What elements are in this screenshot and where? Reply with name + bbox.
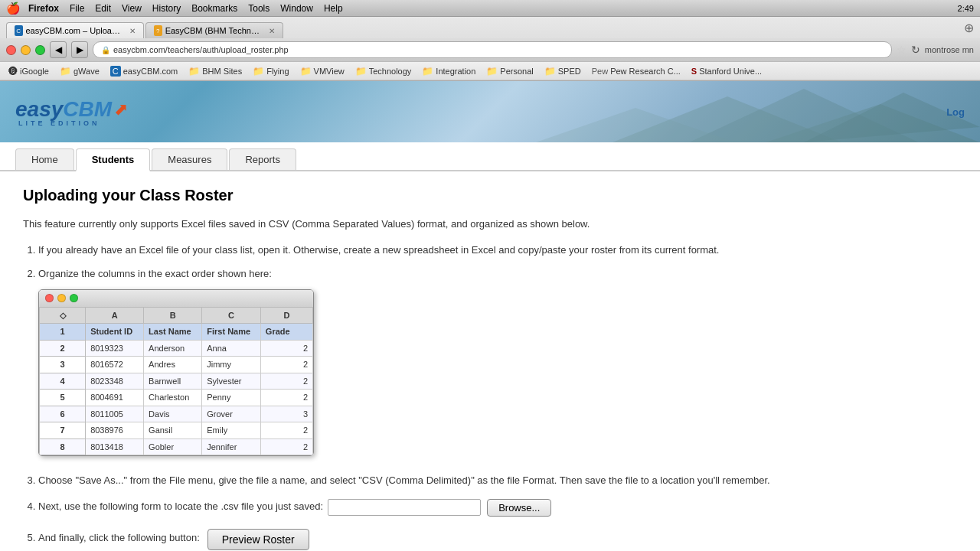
col-header-select: ◇ — [40, 307, 86, 324]
spreadsheet-cell-8-0: 8 — [40, 439, 86, 455]
menu-help[interactable]: Help — [324, 3, 343, 14]
bm-pew[interactable]: Pew Pew Research C... — [588, 66, 684, 77]
spreadsheet-col-header-3: First Name — [202, 324, 261, 341]
spreadsheet-cell-3-3: Jimmy — [202, 357, 261, 373]
browser-controls: ◀ ▶ 🔒 easycbm.com/teachers/auth/upload_r… — [0, 38, 980, 62]
login-link[interactable]: Log — [946, 106, 965, 118]
bm-bhm[interactable]: 📁 BHM Sites — [185, 65, 246, 77]
bm-personal[interactable]: 📁 Personal — [482, 65, 537, 77]
tab-reports[interactable]: Reports — [229, 148, 296, 170]
tab-favicon-2: ? — [154, 25, 162, 36]
bm-igoogle-label: iGoogle — [20, 67, 49, 76]
mac-clock: 2:49 — [958, 4, 974, 13]
bm-technology-label: Technology — [369, 67, 412, 76]
spreadsheet-cell-7-2: Gansil — [144, 422, 202, 439]
bm-vmview-label: VMView — [314, 67, 345, 76]
spreadsheet-cell-6-2: Davis — [144, 406, 202, 422]
spreadsheet-cell-2-0: 2 — [40, 340, 86, 357]
bookmarks-bar: 🅖 iGoogle 📁 gWave C easyCBM.com 📁 BHM Si… — [0, 62, 980, 80]
bm-stanford[interactable]: S Stanford Unive... — [688, 66, 766, 77]
spreadsheet-cell-2-3: Anna — [202, 340, 261, 357]
spreadsheet-cell-2-2: Anderson — [144, 340, 202, 357]
spreadsheet-cell-4-0: 4 — [40, 373, 86, 390]
spreadsheet-cell-4-3: Sylvester — [202, 373, 261, 390]
menu-firefox[interactable]: Firefox — [28, 3, 59, 14]
window-close[interactable] — [6, 45, 16, 55]
ss-close-btn[interactable] — [45, 294, 54, 302]
spreadsheet-wrapper: ◇ A B C D 1Student IDLast NameFirst Name… — [38, 289, 314, 457]
spreadsheet-cell-2-1: 8019323 — [86, 340, 144, 357]
bm-flying-icon: 📁 — [253, 66, 264, 77]
tab-close-1[interactable]: ✕ — [129, 27, 136, 35]
spreadsheet-cell-7-3: Emily — [202, 422, 261, 439]
spreadsheet-cell-3-1: 8016572 — [86, 357, 144, 373]
spreadsheet-cell-8-4: 2 — [260, 439, 312, 455]
bm-sped-label: SPED — [558, 67, 581, 76]
bm-personal-label: Personal — [500, 67, 533, 76]
tab-help[interactable]: ? EasyCBM (BHM Technology Help) ✕ — [145, 22, 283, 38]
google-account: montrose mn — [925, 45, 974, 54]
url-bar[interactable]: 🔒 easycbm.com/teachers/auth/upload_roste… — [93, 41, 892, 58]
step-5: And finally, click the following button:… — [38, 526, 957, 550]
ss-minimize-btn[interactable] — [57, 294, 66, 302]
bm-flying[interactable]: 📁 Flying — [249, 65, 292, 77]
bm-vmview[interactable]: 📁 VMView — [296, 65, 348, 77]
refresh-button[interactable]: ↻ — [911, 44, 920, 56]
spreadsheet-row-8: 88013418GoblerJennifer2 — [40, 439, 313, 455]
spreadsheet-cell-8-3: Jennifer — [202, 439, 261, 455]
tab-measures[interactable]: Measures — [152, 148, 227, 170]
menu-edit[interactable]: Edit — [95, 3, 111, 14]
spreadsheet-cell-5-0: 5 — [40, 390, 86, 406]
spreadsheet-row-3: 38016572AndresJimmy2 — [40, 357, 313, 373]
back-button[interactable]: ◀ — [50, 41, 67, 58]
tab-easycbm[interactable]: C easyCBM.com – Uploading your ... ✕ — [6, 22, 144, 38]
menu-window[interactable]: Window — [280, 3, 313, 14]
browser-chrome: C easyCBM.com – Uploading your ... ✕ ? E… — [0, 17, 980, 81]
spreadsheet-cell-5-2: Charleston — [144, 390, 202, 406]
bm-gwave-icon: 📁 — [60, 66, 71, 77]
csv-file-input[interactable] — [328, 499, 481, 516]
bm-bhm-label: BHM Sites — [202, 67, 242, 76]
spreadsheet-cell-6-3: Grover — [202, 406, 261, 422]
tab-close-2[interactable]: ✕ — [269, 27, 275, 35]
menu-view[interactable]: View — [122, 3, 142, 14]
bm-integration[interactable]: 📁 Integration — [418, 65, 479, 77]
bookmark-star[interactable]: ☆ — [897, 44, 906, 56]
mac-right: 2:49 — [958, 4, 974, 13]
ss-maximize-btn[interactable] — [70, 294, 78, 302]
step-1-text: If you already have an Excel file of you… — [38, 243, 957, 258]
bm-igoogle[interactable]: 🅖 iGoogle — [5, 65, 53, 77]
window-maximize[interactable] — [35, 45, 45, 55]
spreadsheet-header-row: 1Student IDLast NameFirst NameGrade — [40, 324, 313, 341]
bm-sped[interactable]: 📁 SPED — [541, 65, 585, 77]
col-a: A — [86, 307, 144, 324]
col-header-row: ◇ A B C D — [40, 307, 313, 324]
apple-icon[interactable]: 🍎 — [6, 2, 21, 15]
spreadsheet-cell-6-0: 6 — [40, 406, 86, 422]
spreadsheet-row-4: 48023348BarnwellSylvester2 — [40, 373, 313, 390]
bm-gwave[interactable]: 📁 gWave — [56, 65, 103, 77]
menu-bookmarks[interactable]: Bookmarks — [191, 3, 237, 14]
forward-button[interactable]: ▶ — [71, 41, 88, 58]
url-text: easycbm.com/teachers/auth/upload_roster.… — [113, 45, 289, 54]
step-5-text: And finally, click the following button: — [38, 530, 200, 546]
window-minimize[interactable] — [21, 45, 31, 55]
mac-os-bar: 🍎 Firefox File Edit View History Bookmar… — [0, 0, 980, 17]
nav-tabs: Home Students Measures Reports — [0, 142, 980, 171]
bm-easycbm[interactable]: C easyCBM.com — [106, 65, 181, 77]
preview-roster-button[interactable]: Preview Roster — [207, 529, 309, 550]
main-content: Uploading your Class Roster This feature… — [0, 171, 980, 551]
bm-integration-label: Integration — [436, 67, 475, 76]
menu-tools[interactable]: Tools — [248, 3, 270, 14]
menu-history[interactable]: History — [152, 3, 181, 14]
tab-home[interactable]: Home — [15, 148, 74, 170]
new-tab-icon[interactable]: ⊕ — [964, 21, 974, 35]
browse-button[interactable]: Browse... — [487, 499, 551, 517]
tab-favicon-1: C — [15, 25, 23, 36]
bm-technology[interactable]: 📁 Technology — [351, 65, 416, 77]
spreadsheet-cell-3-4: 2 — [260, 357, 312, 373]
spreadsheet-cell-8-1: 8013418 — [86, 439, 144, 455]
tab-students[interactable]: Students — [76, 148, 151, 171]
col-d: D — [260, 307, 312, 324]
menu-file[interactable]: File — [70, 3, 84, 14]
